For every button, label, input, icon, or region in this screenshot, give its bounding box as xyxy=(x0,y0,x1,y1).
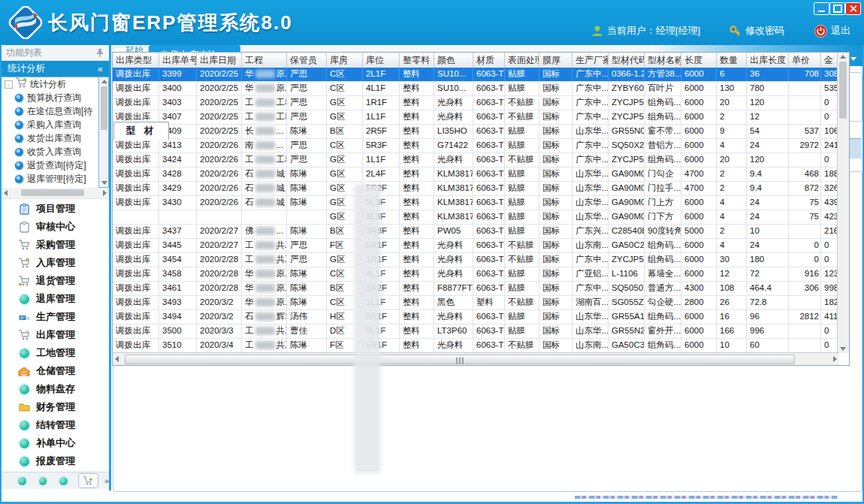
menu-item-报废管理[interactable]: 报废管理 xyxy=(2,452,109,470)
table-row-3510[interactable]: 调拨出库35102020/3/4工共工程陈琳F区5R1F整料光身料6063-T5… xyxy=(113,339,839,353)
quick-item-icon[interactable] xyxy=(59,477,68,485)
menu-item-出库管理[interactable]: 出库管理 xyxy=(2,326,109,344)
menu-item-工地管理[interactable]: 工地管理 xyxy=(2,344,109,362)
table-row-3409[interactable]: 调拨出库34092020/2/25长...陈琳B区2R5F整料LI35HO606… xyxy=(113,125,839,139)
menu-item-物料盘存[interactable]: 物料盘存 xyxy=(2,380,109,398)
column-header-整零料[interactable]: 整零料 xyxy=(400,53,434,68)
cell-qty: 108 xyxy=(717,282,747,295)
table-row-3437[interactable]: 调拨出库34372020/2/27佛...陈琳B区3R8F整料PW056063-… xyxy=(113,225,839,239)
tree-item-5[interactable]: 收货入库查询 xyxy=(2,145,98,158)
column-header-数量[interactable]: 数量 xyxy=(717,53,747,68)
change-password-button[interactable]: 修改密码 xyxy=(729,24,784,38)
table-row-3424[interactable]: 调拨出库34242020/2/26工工程严思G区1L1F整料光身料6063-T5… xyxy=(113,153,839,167)
cell-film: 国标 xyxy=(539,253,572,267)
logout-button[interactable]: 退出 xyxy=(814,24,850,38)
cell-code: GA90M08... xyxy=(609,196,645,210)
table-row-3400[interactable]: 调拨出库34002020/2/25华原...严思C区4L1F整料SU10...6… xyxy=(113,82,839,96)
menu-item-退货管理[interactable]: 退货管理 xyxy=(2,272,109,290)
tree-horizontal-scrollbar[interactable] xyxy=(2,188,109,199)
tree-expander-icon[interactable]: - xyxy=(5,80,13,89)
close-button[interactable] xyxy=(845,2,861,15)
menu-item-采购管理[interactable]: 采购管理 xyxy=(2,236,109,254)
column-header-型材名称[interactable]: 型材名称 xyxy=(645,53,681,68)
column-header-长度[interactable]: 长度 xyxy=(681,53,717,68)
menu-item-审核中心[interactable]: 审核中心 xyxy=(2,218,109,236)
cell-film: 国标 xyxy=(539,110,572,124)
table-horizontal-scrollbar[interactable] xyxy=(113,352,839,365)
tree-item-2[interactable]: 在途信息查询[待 xyxy=(2,104,98,118)
table-row-3454[interactable]: 调拨出库34542020/2/28工共工程严思G区1R1F整料光身料6063-T… xyxy=(113,253,839,267)
column-header-型材代码[interactable]: 型材代码 xyxy=(609,53,645,68)
table-row-3461[interactable]: 调拨出库34612020/2/28华原...陈琳B区1R2F整料F8877FT6… xyxy=(113,282,839,296)
table-row-continuation[interactable]: G区3L3F整料KLM38176063-T5贴膜国标山东华...GA90M09.… xyxy=(113,210,839,225)
table-vertical-scrollbar[interactable] xyxy=(837,53,849,353)
column-header-出库日期[interactable]: 出库日期 xyxy=(197,53,242,68)
menu-item-生产管理[interactable]: 生产管理 xyxy=(2,308,109,326)
cell-film: 国标 xyxy=(539,182,572,195)
tree-item-6[interactable]: 退货查询[待定] xyxy=(2,158,98,172)
cell-len: 6000 xyxy=(681,253,717,267)
blurred-text xyxy=(255,113,275,121)
column-header-库房[interactable]: 库房 xyxy=(327,53,363,68)
column-header-生产厂家[interactable]: 生产厂家 xyxy=(572,53,609,68)
column-header-出库单号[interactable]: 出库单号 xyxy=(159,53,197,68)
pin-icon[interactable] xyxy=(95,48,104,58)
cell-len: 6000 xyxy=(681,267,717,281)
cell-date xyxy=(197,210,242,224)
cell-color: SU10... xyxy=(434,68,473,81)
table-row-3428[interactable]: 调拨出库34282020/2/26石城陈琳G区2L4F整料KLM38176063… xyxy=(113,167,839,182)
menu-item-仓储管理[interactable]: 仓储管理 xyxy=(2,362,109,380)
quick-item-icon[interactable] xyxy=(39,477,47,485)
tree-vertical-scrollbar[interactable] xyxy=(98,77,109,188)
tree-bullet-icon xyxy=(15,134,23,143)
column-header-工程[interactable]: 工程 xyxy=(242,53,287,68)
menu-item-补单中心[interactable]: 补单中心 xyxy=(2,434,109,452)
table-row-3399[interactable]: 调拨出库33992020/2/25华原...严思C区2L1F整料SU10...6… xyxy=(113,68,839,82)
table-row-3429[interactable]: 调拨出库34292020/2/26石城陈琳G区5R2F整料KLM38176063… xyxy=(113,182,839,196)
function-list-bar: 功能列表 xyxy=(2,45,109,61)
tree-item-1[interactable]: 预算执行查询 xyxy=(2,91,98,104)
collapse-icon[interactable]: « xyxy=(98,61,103,77)
sidebar-section-header[interactable]: 统计分析 « xyxy=(2,61,109,77)
table-row-3403[interactable]: 调拨出库34032020/2/25工工程严思G区1R1F整料光身料6063-T5… xyxy=(113,96,839,110)
tree-root-statistics[interactable]: - 统计分析 xyxy=(2,77,98,91)
column-header-表面处理[interactable]: 表面处理 xyxy=(505,53,539,68)
table-row-3413[interactable]: 调拨出库34132020/2/26南...严思C区5R3F整料G71422606… xyxy=(113,139,839,153)
cell-project: 石城 xyxy=(242,196,287,210)
table-row-3493[interactable]: 调拨出库34932020/3/2华原...陈琳C区1L1F整料黑色塑料不贴膜国标… xyxy=(113,296,839,310)
column-header-出库类型[interactable]: 出库类型 xyxy=(113,53,159,68)
menu-item-退库管理[interactable]: 退库管理 xyxy=(2,290,109,308)
cell-type: 调拨出库 xyxy=(113,153,159,167)
table-row-3445[interactable]: 调拨出库34452020/2/27工共工程严思F区5R1F整料光身料6063-T… xyxy=(113,239,839,253)
column-header-库位[interactable]: 库位 xyxy=(363,53,400,68)
table-row-3458[interactable]: 调拨出库34582020/2/28华原...陈琳C区4L1F整料光身料6063-… xyxy=(113,267,839,282)
column-header-出库长度[interactable]: 出库长度 xyxy=(747,53,789,68)
menu-item-项目管理[interactable]: 项目管理 xyxy=(2,200,109,218)
menu-item-入库管理[interactable]: 入库管理 xyxy=(2,254,109,272)
maximize-button[interactable] xyxy=(829,2,845,15)
quick-item-icon[interactable] xyxy=(18,477,26,485)
menu-item-财务管理[interactable]: 财务管理 xyxy=(2,398,109,416)
tree-item-7[interactable]: 退库管理[待定] xyxy=(2,172,98,186)
tree-item-3[interactable]: 采购入库查询 xyxy=(2,118,98,131)
cell-whole: 整料 xyxy=(400,339,434,352)
table-row-3500[interactable]: 调拨出库35002020/3/3工共工程曹佳D区3L1F整料LT3P606063… xyxy=(113,324,839,339)
table-row-3430[interactable]: 调拨出库34302020/2/26石城陈琳G区3L3F整料KLM38176063… xyxy=(113,196,839,210)
cell-qty: 6 xyxy=(717,68,747,81)
column-header-颜色[interactable]: 颜色 xyxy=(434,53,473,68)
cell-outlen: 60 xyxy=(747,339,789,352)
cart-quick-button[interactable] xyxy=(78,473,98,488)
column-header-保管员[interactable]: 保管员 xyxy=(287,53,327,68)
table-row-3494[interactable]: 调拨出库34942020/3/2石辉城汤伟H区5R1F整料光身料6063-T5贴… xyxy=(113,310,839,324)
tree-item-4[interactable]: 发货出库查询 xyxy=(2,131,98,145)
tab-list-dropdown-icon[interactable] xyxy=(850,57,856,61)
column-header-材质[interactable]: 材质 xyxy=(473,53,505,68)
menu-item-结转管理[interactable]: 结转管理 xyxy=(2,416,109,434)
cell-whole: 整料 xyxy=(400,139,434,152)
table-row-3407[interactable]: 调拨出库34072020/2/25工工程严思G区1L1F整料光身料6063-T5… xyxy=(113,110,839,125)
column-header-单价[interactable]: 单价 xyxy=(789,53,821,68)
cell-wh: G区 xyxy=(327,167,363,181)
column-header-膜厚[interactable]: 膜厚 xyxy=(539,53,572,68)
minimize-button[interactable] xyxy=(814,2,829,15)
material-tab-1[interactable]: 型 材 xyxy=(113,122,169,140)
